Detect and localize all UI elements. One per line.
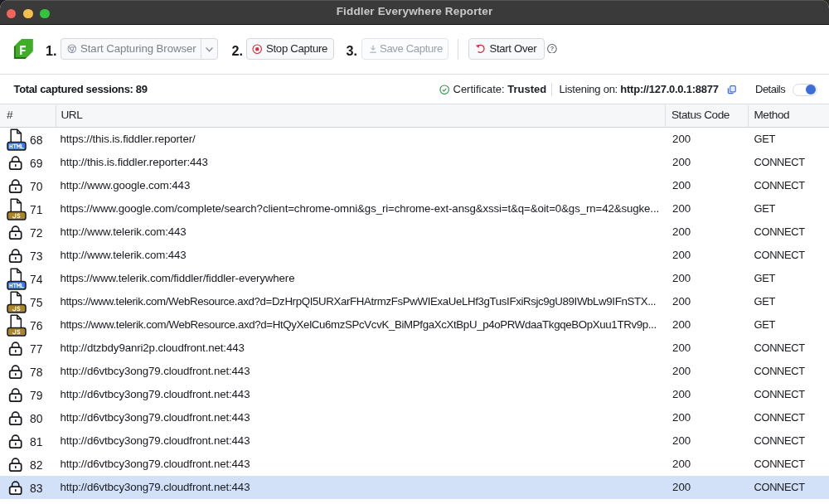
svg-text:?: ? xyxy=(550,45,555,52)
